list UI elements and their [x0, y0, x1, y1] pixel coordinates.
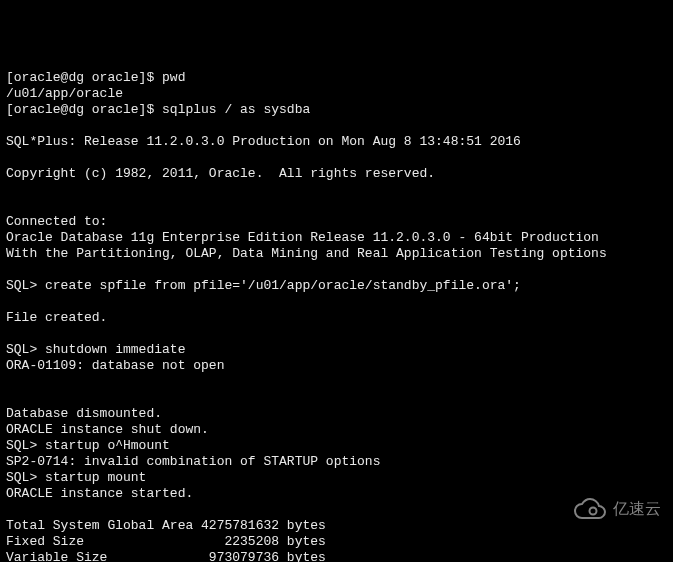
terminal-line: [6, 150, 667, 166]
terminal-line: [6, 502, 667, 518]
terminal-line: [6, 374, 667, 390]
terminal-line: [oracle@dg oracle]$ sqlplus / as sysdba: [6, 102, 667, 118]
terminal-line: Database dismounted.: [6, 406, 667, 422]
terminal-output[interactable]: [oracle@dg oracle]$ pwd/u01/app/oracle[o…: [6, 70, 667, 562]
terminal-line: File created.: [6, 310, 667, 326]
terminal-line: SQL> startup mount: [6, 470, 667, 486]
terminal-line: [6, 182, 667, 198]
terminal-line: [6, 294, 667, 310]
terminal-line: Copyright (c) 1982, 2011, Oracle. All ri…: [6, 166, 667, 182]
terminal-line: [6, 198, 667, 214]
terminal-line: [6, 326, 667, 342]
terminal-line: Oracle Database 11g Enterprise Edition R…: [6, 230, 667, 246]
terminal-line: ORA-01109: database not open: [6, 358, 667, 374]
terminal-line: With the Partitioning, OLAP, Data Mining…: [6, 246, 667, 262]
terminal-line: ORACLE instance shut down.: [6, 422, 667, 438]
terminal-line: SQL*Plus: Release 11.2.0.3.0 Production …: [6, 134, 667, 150]
watermark-text: 亿速云: [613, 501, 661, 517]
terminal-line: Connected to:: [6, 214, 667, 230]
terminal-line: Total System Global Area 4275781632 byte…: [6, 518, 667, 534]
watermark: 亿速云: [573, 466, 661, 552]
terminal-line: /u01/app/oracle: [6, 86, 667, 102]
terminal-line: SQL> create spfile from pfile='/u01/app/…: [6, 278, 667, 294]
terminal-line: [6, 118, 667, 134]
terminal-line: [6, 262, 667, 278]
terminal-line: [6, 390, 667, 406]
terminal-line: SQL> shutdown immediate: [6, 342, 667, 358]
terminal-line: ORACLE instance started.: [6, 486, 667, 502]
terminal-line: Fixed Size 2235208 bytes: [6, 534, 667, 550]
svg-point-0: [590, 508, 597, 515]
terminal-line: SQL> startup o^Hmount: [6, 438, 667, 454]
cloud-icon: [573, 466, 607, 552]
terminal-line: [oracle@dg oracle]$ pwd: [6, 70, 667, 86]
terminal-line: Variable Size 973079736 bytes: [6, 550, 667, 562]
terminal-line: SP2-0714: invalid combination of STARTUP…: [6, 454, 667, 470]
